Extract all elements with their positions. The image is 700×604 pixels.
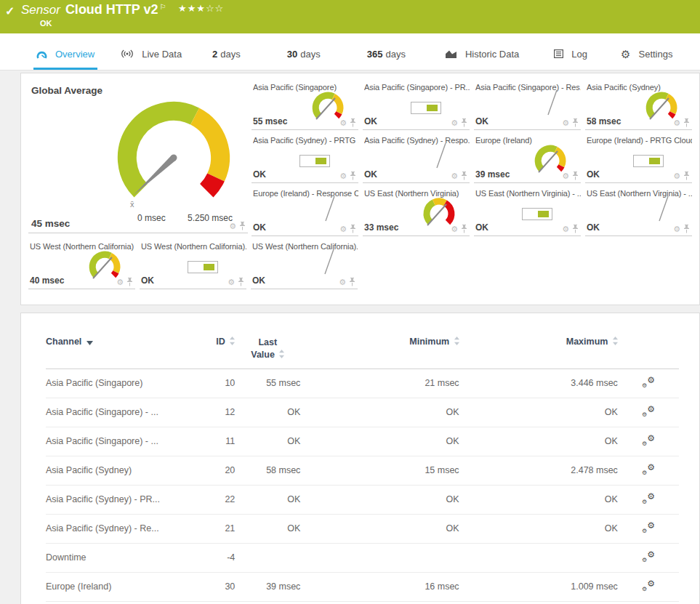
channel-settings-icon[interactable]: ⚙⚙ [642, 493, 655, 504]
channel-panel[interactable]: Europe (Ireland) - Response C... OK ⚙ [252, 185, 358, 236]
pin-icon[interactable] [572, 118, 579, 127]
channel-name[interactable]: Asia Pacific (Singapore) [46, 369, 206, 398]
table-row[interactable]: Asia Pacific (Sydney) - Re... 21 OK OK O… [46, 514, 679, 543]
column-header-minimum[interactable]: Minimum [300, 331, 459, 369]
channel-panel[interactable]: US East (Northern Virginia) - ... OK ⚙ [474, 185, 581, 236]
table-row[interactable]: Europe (Ireland) - PRTG Cl... 32 OK OK O… [46, 601, 679, 604]
pin-icon[interactable] [349, 278, 355, 286]
toggle-knob [649, 158, 660, 164]
channel-panel[interactable]: Asia Pacific (Sydney) - PRTG ... OK ⚙ [252, 132, 358, 183]
channel-minimum [300, 543, 459, 572]
channel-panel[interactable]: Europe (Ireland) 39 msec ⚙ [474, 132, 581, 183]
channel-maximum: 2.478 msec [459, 456, 618, 485]
channel-name[interactable]: Downtime [46, 543, 206, 572]
sensor-title[interactable]: Cloud HTTP v2 [65, 2, 158, 17]
gear-icon[interactable]: ⚙ [339, 225, 347, 233]
channel-panel[interactable]: Asia Pacific (Singapore) - PR... OK ⚙ [363, 79, 470, 130]
channel-panel[interactable]: US West (Northern California)... OK ⚙ [251, 238, 358, 289]
channel-settings-icon[interactable]: ⚙⚙ [642, 580, 655, 592]
tab-live-data[interactable]: Live Data [118, 40, 185, 70]
tab-overview[interactable]: Overview [33, 40, 97, 70]
column-header-channel[interactable]: Channel [46, 331, 206, 369]
channel-panel[interactable]: US West (Northern California)... OK ⚙ [140, 238, 246, 289]
pin-icon[interactable] [572, 225, 579, 233]
channel-settings-icon[interactable]: ⚙⚙ [642, 377, 655, 388]
column-header-id[interactable]: ID [206, 331, 235, 369]
tab-settings[interactable]: ⚙ Settings [618, 40, 675, 70]
gear-icon[interactable]: ⚙ [228, 278, 235, 286]
pin-icon[interactable] [126, 278, 133, 286]
gear-icon[interactable]: ⚙ [339, 172, 347, 180]
channel-name[interactable]: Asia Pacific (Sydney) - PR... [46, 485, 206, 514]
table-row[interactable]: Asia Pacific (Singapore) - ... 12 OK OK … [46, 398, 679, 427]
channel-settings-icon[interactable]: ⚙⚙ [642, 522, 655, 533]
channel-minimum: 21 msec [300, 369, 459, 398]
gear-icon[interactable]: ⚙ [673, 225, 680, 233]
column-header-last-value[interactable]: Last Value [235, 331, 300, 369]
channel-panel[interactable]: Asia Pacific (Singapore) 55 msec ⚙ [252, 79, 358, 130]
pin-icon[interactable] [350, 172, 356, 180]
channel-name[interactable]: Asia Pacific (Sydney) - Re... [46, 514, 206, 543]
channel-panel[interactable]: Asia Pacific (Singapore) - Res... OK ⚙ [474, 79, 581, 130]
table-row[interactable]: Europe (Ireland) 30 39 msec 16 msec 1.00… [46, 572, 679, 601]
pin-icon[interactable] [238, 278, 244, 286]
channel-name[interactable]: Europe (Ireland) - PRTG Cl... [46, 601, 206, 604]
tab-30-days[interactable]: 30days [284, 40, 323, 70]
channel-name[interactable]: Asia Pacific (Singapore) - ... [46, 398, 206, 427]
channel-name[interactable]: Asia Pacific (Sydney) [46, 456, 206, 485]
rating-stars[interactable]: ★★★☆☆ [178, 3, 224, 14]
channel-settings-icon[interactable]: ⚙⚙ [642, 406, 655, 417]
channel-panel[interactable]: Europe (Ireland) - PRTG Cloud... OK ⚙ [585, 132, 692, 183]
flag-icon[interactable]: ⚐ [160, 3, 166, 11]
gear-icon[interactable]: ⚙ [229, 222, 236, 230]
tab-365-days[interactable]: 365days [364, 40, 409, 70]
channel-panel[interactable]: US East (Northern Virginia) 33 msec ⚙ [363, 185, 470, 236]
pin-icon[interactable] [461, 225, 467, 233]
channel-minimum: 15 msec [300, 456, 459, 485]
gear-icon[interactable]: ⚙ [673, 119, 680, 127]
gear-icon[interactable]: ⚙ [562, 119, 569, 127]
pin-icon[interactable] [350, 118, 356, 127]
table-row[interactable]: Downtime -4 ⚙⚙ [46, 543, 679, 572]
tab-historic-data[interactable]: Historic Data [442, 40, 522, 70]
table-row[interactable]: Asia Pacific (Sydney) 20 58 msec 15 msec… [46, 456, 679, 485]
channel-panel[interactable]: US East (Northern Virginia) - ... OK ⚙ [585, 185, 692, 236]
gear-icon[interactable]: ⚙ [451, 172, 458, 180]
tab-log[interactable]: Log [551, 40, 590, 70]
pin-icon[interactable] [683, 118, 690, 127]
table-row[interactable]: Asia Pacific (Singapore) 10 55 msec 21 m… [46, 369, 679, 398]
gear-icon[interactable]: ⚙ [339, 278, 346, 286]
channel-panel[interactable]: US West (Northern California) 40 msec ⚙ [28, 238, 135, 289]
pin-icon[interactable] [461, 172, 467, 180]
channel-panel[interactable]: Asia Pacific (Sydney) 58 msec ⚙ [585, 79, 692, 130]
boolean-indicator [188, 261, 218, 273]
table-row[interactable]: Asia Pacific (Singapore) - ... 11 OK OK … [46, 427, 679, 456]
tab-2-days[interactable]: 2days [209, 40, 244, 70]
pin-icon[interactable] [239, 222, 246, 230]
gear-icon[interactable]: ⚙ [339, 119, 347, 127]
pin-icon[interactable] [572, 172, 579, 180]
pin-icon[interactable] [350, 225, 356, 233]
channel-settings-icon[interactable]: ⚙⚙ [642, 435, 655, 446]
pin-icon[interactable] [683, 172, 690, 180]
gear-icon[interactable]: ⚙ [451, 225, 458, 233]
global-average-panel[interactable]: Global Average x̄ 0 msec 5.250 msec 45 m… [28, 79, 248, 233]
pin-icon[interactable] [461, 118, 467, 127]
column-header-maximum[interactable]: Maximum [459, 331, 618, 369]
table-row[interactable]: Asia Pacific (Sydney) - PR... 22 OK OK O… [46, 485, 679, 514]
gear-icon[interactable]: ⚙ [562, 172, 569, 180]
channel-panel-title: US West (Northern California)... [141, 242, 246, 251]
channel-panel-title: Asia Pacific (Singapore) - Res... [475, 83, 581, 92]
pin-icon[interactable] [683, 225, 690, 233]
channel-name[interactable]: Asia Pacific (Singapore) - ... [46, 427, 206, 456]
channel-panel[interactable]: Asia Pacific (Sydney) - Respo... OK ⚙ [363, 132, 470, 183]
channel-name[interactable]: Europe (Ireland) [46, 572, 206, 601]
channels-table-panel: Channel ID Last Value Minimum Maxi [20, 313, 700, 604]
gear-icon[interactable]: ⚙ [451, 119, 458, 127]
channel-panel-title: US East (Northern Virginia) - ... [475, 189, 581, 198]
gear-icon[interactable]: ⚙ [116, 278, 124, 286]
channel-settings-icon[interactable]: ⚙⚙ [642, 551, 655, 563]
gear-icon[interactable]: ⚙ [673, 172, 680, 180]
gear-icon[interactable]: ⚙ [562, 225, 569, 233]
channel-settings-icon[interactable]: ⚙⚙ [642, 464, 655, 475]
